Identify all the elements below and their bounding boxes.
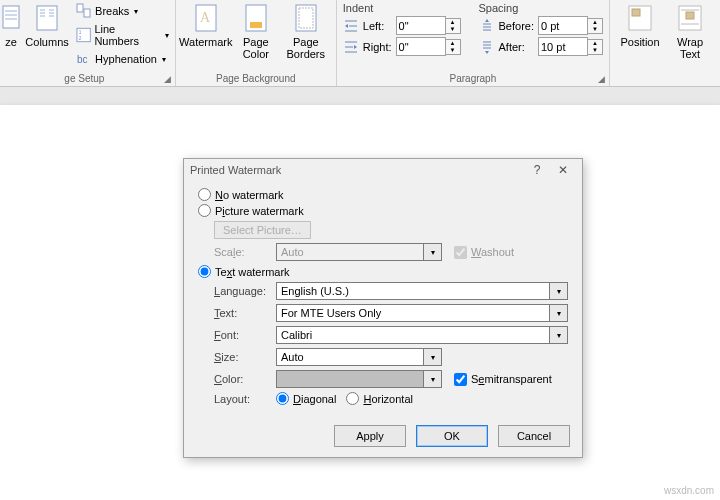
line-numbers-button[interactable]: 12 Line Numbers▾ — [76, 23, 169, 47]
ok-button[interactable]: OK — [416, 425, 488, 447]
color-combo[interactable]: ▾ — [276, 370, 442, 388]
indent-right-input[interactable]: ▲▼ — [396, 37, 461, 56]
page-borders-icon — [290, 2, 322, 34]
indent-left-input[interactable]: ▲▼ — [396, 16, 461, 35]
page-size-icon — [0, 2, 27, 34]
scale-combo: ▾ — [276, 243, 442, 261]
spacing-after-icon — [479, 39, 495, 55]
picture-watermark-label: Picture watermark — [215, 205, 304, 217]
indent-header: Indent — [343, 2, 461, 14]
breaks-icon — [76, 3, 92, 19]
group-page-setup: ze Columns Breaks▾ 12 Line Numbers▾ bc H… — [0, 0, 176, 86]
page-borders-label: Page Borders — [287, 36, 326, 60]
washout-checkbox: Washout — [454, 246, 514, 259]
watermark-icon: A — [190, 2, 222, 34]
columns-button[interactable]: Columns — [24, 2, 70, 68]
page-setup-label: ge Setup ◢ — [0, 71, 169, 84]
group-paragraph: Indent Left: ▲▼ Right: ▲▼ Spacing Before… — [337, 0, 610, 86]
position-icon — [624, 2, 656, 34]
watermark-button[interactable]: A Watermark — [182, 2, 230, 60]
svg-rect-12 — [84, 9, 90, 17]
ribbon: ze Columns Breaks▾ 12 Line Numbers▾ bc H… — [0, 0, 720, 87]
help-button[interactable]: ? — [524, 163, 550, 177]
scale-label: Scale: — [214, 246, 276, 258]
position-button[interactable]: Position — [616, 2, 664, 60]
indent-right-icon — [343, 39, 359, 55]
group-page-background: A Watermark Page Color Page Borders Page… — [176, 0, 337, 86]
svg-rect-0 — [3, 6, 19, 28]
svg-text:A: A — [200, 10, 211, 25]
size-button[interactable]: ze — [0, 2, 22, 68]
dialog-title: Printed Watermark — [190, 164, 524, 176]
size-label: ze — [5, 36, 17, 48]
paragraph-label: Paragraph ◢ — [343, 71, 603, 84]
svg-rect-11 — [77, 4, 83, 12]
apply-button[interactable]: Apply — [334, 425, 406, 447]
svg-text:1: 1 — [79, 30, 82, 35]
font-combo[interactable]: ▾ — [276, 326, 568, 344]
wrap-label: Wrap Text — [677, 36, 703, 60]
spacing-before-icon — [479, 18, 495, 34]
radio-diagonal[interactable]: Diagonal — [276, 392, 336, 405]
radio-picture-watermark[interactable]: Picture watermark — [198, 204, 568, 217]
layout-label: Layout: — [214, 393, 276, 405]
svg-text:bc: bc — [77, 54, 88, 65]
select-picture-button: Select Picture… — [214, 221, 311, 239]
hyphenation-button[interactable]: bc Hyphenation▾ — [76, 51, 169, 67]
radio-no-watermark[interactable]: No watermark — [198, 188, 568, 201]
size-label: Size: — [214, 351, 276, 363]
page-color-icon — [240, 2, 272, 34]
spacing-header: Spacing — [479, 2, 603, 14]
page-bg-label: Page Background — [182, 71, 330, 84]
text-watermark-label: Text watermark — [215, 266, 290, 278]
columns-label: Columns — [25, 36, 68, 48]
dialog-launcher-icon[interactable]: ◢ — [598, 74, 605, 84]
source-watermark: wsxdn.com — [664, 485, 714, 496]
dialog-launcher-icon[interactable]: ◢ — [164, 74, 171, 84]
language-label: Language: — [214, 285, 276, 297]
font-label: Font: — [214, 329, 276, 341]
radio-horizontal[interactable]: Horizontal — [346, 392, 413, 405]
language-combo[interactable]: ▾ — [276, 282, 568, 300]
size-combo[interactable]: ▾ — [276, 348, 442, 366]
no-watermark-label: o watermark — [223, 189, 284, 201]
watermark-label: Watermark — [179, 36, 232, 48]
svg-rect-20 — [250, 22, 262, 28]
wrap-text-button[interactable]: Wrap Text — [666, 2, 714, 60]
cancel-button[interactable]: Cancel — [498, 425, 570, 447]
columns-icon — [31, 2, 63, 34]
wrap-text-icon — [674, 2, 706, 34]
spacing-after-input[interactable]: ▲▼ — [538, 37, 603, 56]
svg-rect-26 — [686, 12, 694, 19]
svg-text:2: 2 — [79, 36, 82, 41]
group-arrange: Position Wrap Text — [610, 0, 720, 86]
semitransparent-checkbox[interactable]: Semitransparent — [454, 373, 552, 386]
hyphenation-icon: bc — [76, 51, 92, 67]
dialog-titlebar: Printed Watermark ? ✕ — [184, 159, 582, 181]
text-label: Text: — [214, 307, 276, 319]
radio-text-watermark[interactable]: Text watermark — [198, 265, 568, 278]
color-label: Color: — [214, 373, 276, 385]
line-numbers-icon: 12 — [76, 27, 91, 43]
page-borders-button[interactable]: Page Borders — [282, 2, 330, 60]
spacing-before-input[interactable]: ▲▼ — [538, 16, 603, 35]
position-label: Position — [620, 36, 659, 48]
page-color-label: Page Color — [243, 36, 269, 60]
text-combo[interactable]: ▾ — [276, 304, 568, 322]
close-button[interactable]: ✕ — [550, 163, 576, 177]
printed-watermark-dialog: Printed Watermark ? ✕ No watermark Pictu… — [183, 158, 583, 458]
indent-left-icon — [343, 18, 359, 34]
svg-rect-24 — [632, 9, 640, 16]
page-color-button[interactable]: Page Color — [232, 2, 280, 60]
breaks-button[interactable]: Breaks▾ — [76, 3, 169, 19]
